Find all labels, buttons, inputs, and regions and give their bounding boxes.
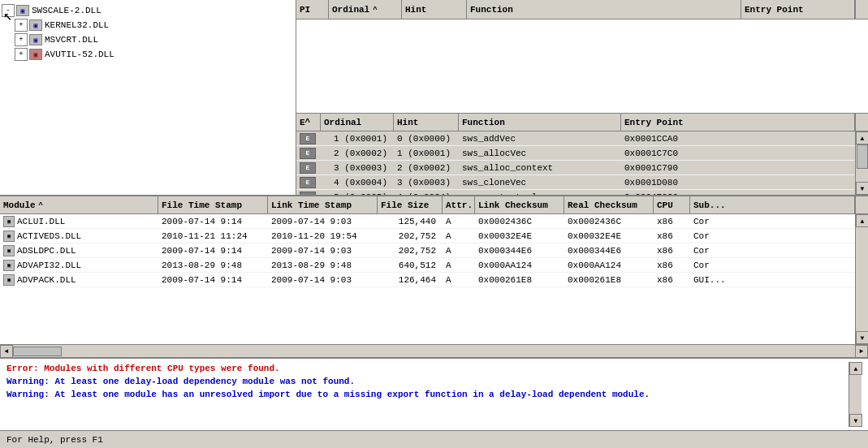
export-cell-hint: 0 (0x0000) <box>394 133 459 144</box>
export-cell-hint: 3 (0x0003) <box>394 177 459 188</box>
exports-rows: E 1 (0x0001) 0 (0x0000) sws_addVec 0x000… <box>296 131 855 195</box>
modules-col-linktime[interactable]: Link Time Stamp <box>268 196 378 213</box>
error-vscroll-down[interactable]: ▼ <box>849 414 862 427</box>
module-cell-linkchecksum: 0x000261E8 <box>475 274 564 286</box>
export-row[interactable]: E 1 (0x0001) 0 (0x0000) sws_addVec 0x000… <box>296 131 855 146</box>
vscroll-track[interactable] <box>856 144 868 182</box>
modules-vscroll-track[interactable] <box>856 227 868 331</box>
hscroll-thumb[interactable] <box>13 347 62 356</box>
module-icon: ▣ <box>3 245 15 256</box>
modules-vscroll-down[interactable]: ▼ <box>856 331 868 344</box>
tree-item-kernel32[interactable]: + ▣ KERNEL32.DLL <box>0 18 296 32</box>
modules-col-subsystem[interactable]: Sub... <box>690 196 855 213</box>
export-cell-ordinal: 1 (0x0001) <box>321 133 394 144</box>
module-row[interactable]: ▣ ADSLDPC.DLL 2009-07-14 9:14 2009-07-14… <box>0 243 855 258</box>
modules-hscrollbar[interactable]: ◄ ► <box>0 344 868 357</box>
module-row[interactable]: ▣ ACLUI.DLL 2009-07-14 9:14 2009-07-14 9… <box>0 214 855 229</box>
module-cell-filetime: 2013-08-29 9:48 <box>158 260 268 271</box>
hscroll-left-btn[interactable]: ◄ <box>0 345 13 358</box>
module-cell-cpu: x86 <box>654 260 690 271</box>
module-cell-name: ▣ ADVAPI32.DLL <box>0 259 158 272</box>
exports-col-function[interactable]: Function <box>459 114 621 131</box>
right-panel: PI Ordinal ^ Hint Function Entry Point <box>296 0 868 195</box>
modules-col-realchecksum[interactable]: Real Checksum <box>564 196 654 213</box>
tree-label-kernel32: KERNEL32.DLL <box>45 20 109 30</box>
tree-item-msvcrt[interactable]: + ▣ MSVCRT.DLL <box>0 32 296 47</box>
module-row[interactable]: ▣ ADVAPI32.DLL 2013-08-29 9:48 2013-08-2… <box>0 258 855 273</box>
export-row[interactable]: E 2 (0x0002) 1 (0x0001) sws_allocVec 0x0… <box>296 146 855 161</box>
exports-col-ordinal[interactable]: Ordinal <box>321 114 394 131</box>
export-cell-entrypoint: 0x0001C790 <box>621 162 855 174</box>
imports-col-pi[interactable]: PI <box>296 0 329 19</box>
module-cell-realchecksum: 0x000AA124 <box>564 260 654 271</box>
module-sort-arrow: ^ <box>39 201 43 209</box>
module-cell-subsystem: Cor <box>690 216 855 227</box>
export-row[interactable]: E 3 (0x0003) 2 (0x0002) sws_alloc_contex… <box>296 161 855 175</box>
module-cell-filesize: 202,752 <box>378 245 443 256</box>
modules-col-filesize[interactable]: File Size <box>378 196 443 213</box>
exports-header: E^ Ordinal Hint Function Entry Point <box>296 114 868 131</box>
dll-icon-avutil: ▣ <box>29 49 42 60</box>
modules-vscrollbar[interactable]: ▲ ▼ <box>855 214 868 344</box>
tree-label-avutil: AVUTIL-52.DLL <box>45 50 114 59</box>
export-icon: E <box>300 148 316 159</box>
export-cell-icon: E <box>296 132 321 145</box>
module-cell-filesize: 125,440 <box>378 216 443 227</box>
module-cell-linkchecksum: 0x0002436C <box>475 216 564 227</box>
tree-label-swscale: SWSCALE-2.DLL <box>32 6 101 15</box>
modules-vscroll-up[interactable]: ▲ <box>856 214 868 227</box>
vscroll-down-btn[interactable]: ▼ <box>856 182 868 195</box>
export-icon: E <box>300 177 316 188</box>
export-cell-ordinal: 3 (0x0003) <box>321 162 394 174</box>
exports-col-entrypoint[interactable]: Entry Point <box>621 114 855 131</box>
modules-col-linkchecksum[interactable]: Link Checksum <box>475 196 564 213</box>
imports-col-function[interactable]: Function <box>467 0 741 19</box>
export-cell-entrypoint: 0x0001C7C0 <box>621 148 855 159</box>
warning-line: Warning: At least one delay-load depende… <box>6 375 849 388</box>
module-cell-linkchecksum: 0x00032E4E <box>475 230 564 242</box>
export-cell-ordinal: 4 (0x0004) <box>321 177 394 188</box>
module-cell-filesize: 640,512 <box>378 260 443 271</box>
export-row[interactable]: E 4 (0x0004) 3 (0x0003) sws_cloneVec 0x0… <box>296 175 855 190</box>
tree-expand-avutil[interactable]: + <box>15 48 28 61</box>
imports-col-entrypoint[interactable]: Entry Point <box>741 0 855 19</box>
export-cell-icon: E <box>296 162 321 174</box>
module-row[interactable]: ▣ ADVPACK.DLL 2009-07-14 9:14 2009-07-14… <box>0 273 855 287</box>
imports-header: PI Ordinal ^ Hint Function Entry Point <box>296 0 868 19</box>
module-cell-cpu: x86 <box>654 274 690 286</box>
modules-col-attr[interactable]: Attr. <box>443 196 475 213</box>
status-bar: For Help, press F1 <box>0 430 868 448</box>
module-row[interactable]: ▣ ACTIVEDS.DLL 2010-11-21 11:24 2010-11-… <box>0 229 855 243</box>
modules-col-cpu[interactable]: CPU <box>654 196 690 213</box>
vscroll-thumb[interactable] <box>857 144 868 169</box>
error-vscrollbar[interactable]: ▲ ▼ <box>849 362 862 427</box>
modules-col-filetime[interactable]: File Time Stamp <box>158 196 268 213</box>
tree-expand-kernel32[interactable]: + <box>15 19 28 32</box>
tree-view: - ▣ SWSCALE-2.DLL + ▣ KERNEL32.DLL + ▣ M… <box>0 0 296 195</box>
module-icon: ▣ <box>3 216 15 227</box>
exports-col-hint[interactable]: Hint <box>394 114 459 131</box>
exports-vscrollbar[interactable]: ▲ ▼ <box>855 131 868 195</box>
exports-section: E^ Ordinal Hint Function Entry Point <box>296 114 868 195</box>
module-cell-realchecksum: 0x000344E6 <box>564 245 654 256</box>
modules-rows: ▣ ACLUI.DLL 2009-07-14 9:14 2009-07-14 9… <box>0 214 855 344</box>
exports-col-e[interactable]: E^ <box>296 114 321 131</box>
warning-line: Warning: At least one module has an unre… <box>6 388 849 401</box>
module-cell-attr: A <box>443 274 475 286</box>
imports-col-ordinal[interactable]: Ordinal ^ <box>329 0 402 19</box>
error-vscroll-track[interactable] <box>849 375 862 414</box>
hscroll-right-btn[interactable]: ► <box>855 345 868 358</box>
module-cell-name: ▣ ACTIVEDS.DLL <box>0 230 158 243</box>
hscroll-track[interactable] <box>13 347 855 356</box>
vscroll-up-btn[interactable]: ▲ <box>856 131 868 144</box>
cursor-indicator: ↖ <box>3 6 12 24</box>
tree-expand-msvcrt[interactable]: + <box>15 33 28 46</box>
imports-col-hint[interactable]: Hint <box>402 0 467 19</box>
exports-container: E 1 (0x0001) 0 (0x0000) sws_addVec 0x000… <box>296 131 868 195</box>
module-icon: ▣ <box>3 260 15 271</box>
modules-col-module[interactable]: Module ^ <box>0 196 158 213</box>
tree-item-swscale[interactable]: - ▣ SWSCALE-2.DLL <box>0 3 296 18</box>
error-vscroll-up[interactable]: ▲ <box>849 362 862 375</box>
tree-item-avutil[interactable]: + ▣ AVUTIL-52.DLL <box>0 47 296 62</box>
error-line: Error: Modules with different CPU types … <box>6 362 849 375</box>
